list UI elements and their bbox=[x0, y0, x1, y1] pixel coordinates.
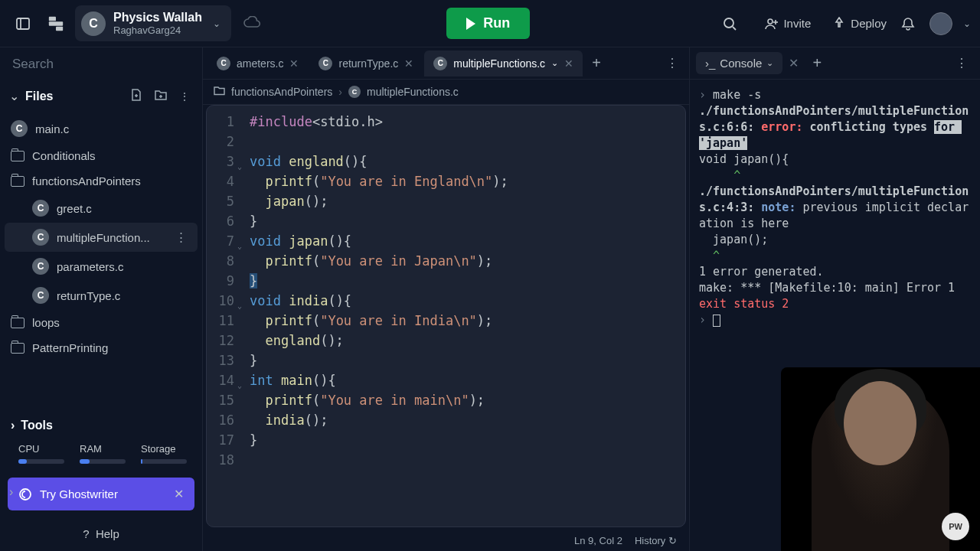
tab-label: multipleFunctions.c bbox=[453, 57, 545, 70]
more-icon[interactable]: ⋮ bbox=[176, 89, 193, 104]
code-editor[interactable]: 123⌄4567⌄8910⌄11121314⌄15161718 #include… bbox=[206, 105, 686, 527]
file-label: returnType.c bbox=[57, 289, 120, 302]
editor-tabs: Cameters.c✕CreturnType.c✕CmultipleFuncti… bbox=[203, 47, 689, 80]
folder-icon bbox=[11, 176, 24, 187]
file-tree-item[interactable]: loops bbox=[0, 310, 202, 335]
file-label: parameters.c bbox=[57, 260, 124, 273]
file-label: Conditionals bbox=[32, 149, 96, 162]
panel-toggle-icon[interactable] bbox=[9, 10, 37, 37]
c-file-icon: C bbox=[433, 57, 447, 70]
chevron-down-icon: ⌄ bbox=[9, 89, 19, 103]
file-label: loops bbox=[32, 316, 60, 329]
close-tab-icon[interactable]: ✕ bbox=[789, 56, 799, 70]
cpu-label: CPU bbox=[18, 443, 64, 455]
tab-label: returnType.c bbox=[338, 57, 398, 70]
console-tabs: ›_ Console ⌄ ✕ + ⋮ bbox=[690, 47, 980, 80]
pw-badge: PW bbox=[942, 513, 969, 540]
file-tree: Cmain.cConditionalsfunctionsAndPointersC… bbox=[0, 111, 202, 411]
topbar: C Physics Wallah RaghavGarg24 ⌄ Run Invi… bbox=[0, 0, 980, 47]
file-tree-item[interactable]: CmultipleFunction...⋮ bbox=[5, 223, 198, 252]
close-tab-icon[interactable]: ✕ bbox=[404, 57, 413, 70]
c-file-icon: C bbox=[32, 229, 49, 246]
folder-icon bbox=[11, 151, 24, 161]
file-tree-item[interactable]: Cparameters.c bbox=[0, 252, 202, 281]
close-tab-icon[interactable]: ✕ bbox=[289, 57, 299, 70]
console-tab[interactable]: ›_ Console ⌄ bbox=[696, 52, 782, 74]
run-button[interactable]: Run bbox=[446, 8, 530, 39]
user-avatar[interactable] bbox=[929, 12, 952, 35]
invite-button[interactable]: Invite bbox=[765, 17, 811, 31]
sidebar: Search ⌄ Files ⋮ Cmain.cConditionalsfunc… bbox=[0, 47, 203, 551]
workspace-title: Physics Wallah bbox=[113, 10, 202, 24]
console-panel: ›_ Console ⌄ ✕ + ⋮ › make -s./functionsA… bbox=[689, 47, 980, 551]
svg-rect-3 bbox=[49, 21, 63, 26]
storage-label: Storage bbox=[141, 443, 187, 455]
ram-label: RAM bbox=[80, 443, 126, 455]
more-icon[interactable]: ⋮ bbox=[949, 53, 974, 73]
new-file-icon[interactable] bbox=[127, 87, 145, 105]
file-label: multipleFunction... bbox=[57, 231, 150, 244]
file-label: PatternPrinting bbox=[32, 341, 108, 354]
file-tree-item[interactable]: functionsAndPointers bbox=[0, 168, 202, 194]
c-file-icon: C bbox=[318, 57, 332, 70]
cloud-sync-icon bbox=[243, 16, 260, 31]
terminal-icon: ›_ bbox=[705, 57, 715, 70]
replit-logo-icon[interactable] bbox=[44, 12, 67, 35]
chevron-right-icon[interactable]: › bbox=[9, 485, 13, 499]
folder-icon bbox=[11, 343, 24, 354]
chevron-down-icon: ⌄ bbox=[766, 58, 773, 68]
c-file-icon: C bbox=[32, 258, 49, 275]
c-file-icon: C bbox=[11, 120, 28, 137]
c-file-icon: C bbox=[32, 200, 49, 217]
cursor-position: Ln 9, Col 2 bbox=[574, 535, 622, 546]
folder-icon bbox=[214, 86, 225, 98]
file-tree-item[interactable]: Cmain.c bbox=[0, 114, 202, 143]
add-tab-icon[interactable]: + bbox=[584, 51, 609, 75]
file-label: functionsAndPointers bbox=[32, 174, 141, 187]
search-icon[interactable] bbox=[716, 10, 743, 37]
add-tab-icon[interactable]: + bbox=[805, 51, 829, 75]
close-icon[interactable]: ✕ bbox=[174, 487, 184, 501]
workspace-selector[interactable]: C Physics Wallah RaghavGarg24 ⌄ bbox=[75, 5, 231, 41]
svg-point-5 bbox=[724, 18, 733, 28]
search-input[interactable]: Search bbox=[0, 47, 202, 81]
resource-stats: CPU RAM Storage bbox=[0, 440, 202, 471]
notifications-icon[interactable] bbox=[894, 10, 922, 37]
sparkle-icon bbox=[18, 487, 32, 501]
files-header[interactable]: ⌄ Files ⋮ bbox=[0, 81, 202, 111]
file-tree-item[interactable]: CreturnType.c bbox=[0, 281, 202, 310]
more-icon[interactable]: ⋮ bbox=[660, 53, 684, 73]
ghostwriter-banner[interactable]: Try Ghostwriter ✕ bbox=[8, 478, 194, 510]
history-button[interactable]: History ↻ bbox=[635, 535, 677, 546]
folder-icon bbox=[11, 318, 24, 328]
file-tree-item[interactable]: Cgreet.c bbox=[0, 194, 202, 223]
editor-status-bar: Ln 9, Col 2 History ↻ bbox=[203, 530, 689, 551]
chevron-down-icon: ⌄ bbox=[213, 18, 220, 29]
new-folder-icon[interactable] bbox=[152, 88, 170, 104]
chevron-right-icon: › bbox=[11, 419, 15, 432]
workspace-owner: RaghavGarg24 bbox=[113, 24, 202, 37]
svg-rect-2 bbox=[49, 16, 56, 21]
svg-line-6 bbox=[733, 27, 736, 30]
svg-rect-4 bbox=[56, 26, 63, 30]
language-badge-icon: C bbox=[81, 11, 106, 36]
svg-rect-0 bbox=[17, 18, 29, 29]
editor-tab[interactable]: Cameters.c✕ bbox=[207, 51, 308, 77]
file-tree-item[interactable]: Conditionals bbox=[0, 143, 202, 168]
play-icon bbox=[466, 18, 475, 30]
close-tab-icon[interactable]: ✕ bbox=[564, 57, 573, 70]
svg-point-7 bbox=[768, 19, 773, 24]
breadcrumb[interactable]: functionsAndPointers › C multipleFunctio… bbox=[203, 80, 689, 105]
editor-tab[interactable]: CreturnType.c✕ bbox=[309, 51, 423, 77]
editor-panel: Cameters.c✕CreturnType.c✕CmultipleFuncti… bbox=[203, 47, 689, 551]
help-button[interactable]: ? Help bbox=[0, 517, 202, 551]
more-icon[interactable]: ⋮ bbox=[175, 230, 187, 244]
editor-tab[interactable]: CmultipleFunctions.c⌄✕ bbox=[424, 51, 583, 77]
chevron-down-icon: ⌄ bbox=[551, 58, 558, 68]
c-file-icon: C bbox=[32, 287, 49, 304]
webcam-overlay: PW bbox=[781, 367, 980, 551]
tools-header[interactable]: ›Tools bbox=[0, 411, 202, 440]
deploy-button[interactable]: Deploy bbox=[832, 17, 887, 31]
file-tree-item[interactable]: PatternPrinting bbox=[0, 335, 202, 360]
tab-label: ameters.c bbox=[237, 57, 283, 70]
